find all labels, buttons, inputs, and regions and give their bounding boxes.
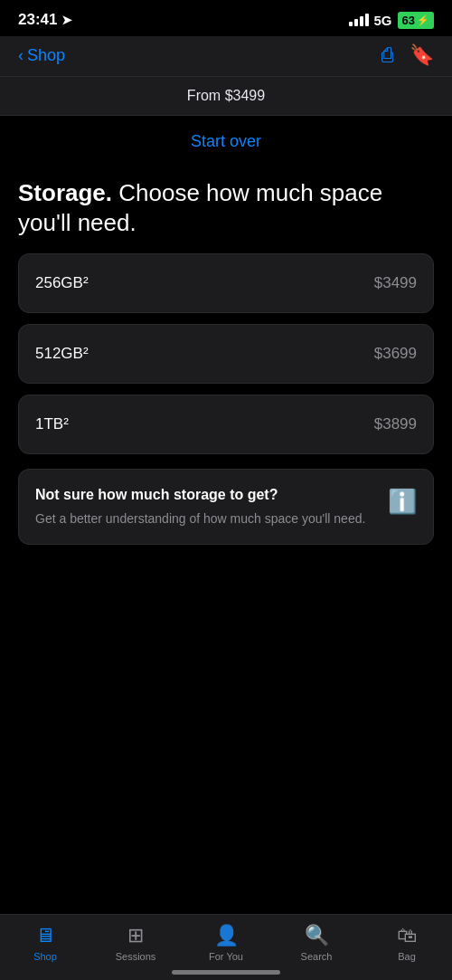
tab-sessions[interactable]: ⊞ Sessions xyxy=(104,924,167,962)
storage-option-1tb[interactable]: 1TB² $3899 xyxy=(18,395,434,454)
time-text: 23:41 xyxy=(18,11,57,29)
storage-option-512gb[interactable]: 512GB² $3699 xyxy=(18,324,434,384)
location-icon: ➤ xyxy=(61,13,72,27)
tab-search-label: Search xyxy=(301,951,333,962)
tab-bag[interactable]: 🛍 Bag xyxy=(375,924,438,962)
back-label: Shop xyxy=(27,46,65,65)
nav-actions: ⎙ 🔖 xyxy=(381,43,434,67)
tab-sessions-label: Sessions xyxy=(116,951,156,962)
watermark-area xyxy=(18,563,434,617)
section-title: Storage. Choose how much space you'll ne… xyxy=(18,160,434,253)
start-over-section: Start over xyxy=(18,116,434,160)
storage-options-list: 256GB² $3499 512GB² $3699 1TB² $3899 xyxy=(18,253,434,454)
storage-option-1tb-label: 1TB² xyxy=(35,415,69,433)
sessions-icon: ⊞ xyxy=(127,924,144,947)
shop-icon: 🖥 xyxy=(35,924,55,947)
storage-option-256gb[interactable]: 256GB² $3499 xyxy=(18,253,434,313)
network-label: 5G xyxy=(374,13,392,28)
storage-option-512gb-label: 512GB² xyxy=(35,345,89,363)
share-icon[interactable]: ⎙ xyxy=(381,43,393,67)
price-header-text: From $3499 xyxy=(187,88,265,103)
bag-icon: 🛍 xyxy=(397,924,417,947)
tab-for-you-label: For You xyxy=(209,951,243,962)
info-circle-icon[interactable]: ℹ️ xyxy=(388,488,417,516)
battery-indicator: 63 xyxy=(398,12,434,29)
storage-option-1tb-price: $3899 xyxy=(374,415,417,433)
signal-bar-2 xyxy=(354,19,358,26)
storage-option-512gb-price: $3699 xyxy=(374,345,417,363)
signal-bar-4 xyxy=(365,14,369,26)
nav-bar: ‹ Shop ⎙ 🔖 xyxy=(0,36,452,77)
info-card-text: Not sure how much storage to get? Get a … xyxy=(35,486,377,528)
status-time: 23:41 ➤ xyxy=(18,11,72,29)
storage-option-256gb-price: $3499 xyxy=(374,274,417,292)
status-right: 5G 63 xyxy=(349,12,434,29)
status-bar: 23:41 ➤ 5G 63 xyxy=(0,0,452,36)
for-you-icon: 👤 xyxy=(214,924,239,947)
info-card-description: Get a better understanding of how much s… xyxy=(35,510,377,528)
back-button[interactable]: ‹ Shop xyxy=(18,46,65,65)
tab-bag-label: Bag xyxy=(398,951,416,962)
back-chevron-icon: ‹ xyxy=(18,46,24,65)
info-card[interactable]: Not sure how much storage to get? Get a … xyxy=(18,469,434,545)
home-indicator xyxy=(172,970,280,975)
section-title-bold: Storage. xyxy=(18,179,112,206)
price-header: From $3499 xyxy=(0,77,452,116)
start-over-button[interactable]: Start over xyxy=(191,132,261,150)
storage-option-256gb-label: 256GB² xyxy=(35,274,89,292)
info-card-title: Not sure how much storage to get? xyxy=(35,486,377,505)
signal-bar-1 xyxy=(349,22,353,26)
bookmark-icon[interactable]: 🔖 xyxy=(410,43,434,67)
signal-icon xyxy=(349,14,369,26)
signal-bar-3 xyxy=(360,16,363,26)
tab-search[interactable]: 🔍 Search xyxy=(285,924,348,962)
tab-shop-label: Shop xyxy=(33,951,57,962)
battery-level: 63 xyxy=(402,14,415,27)
tab-for-you[interactable]: 👤 For You xyxy=(194,924,258,962)
search-icon: 🔍 xyxy=(305,924,329,947)
main-content: Start over Storage. Choose how much spac… xyxy=(0,116,452,617)
tab-shop[interactable]: 🖥 Shop xyxy=(14,924,77,962)
